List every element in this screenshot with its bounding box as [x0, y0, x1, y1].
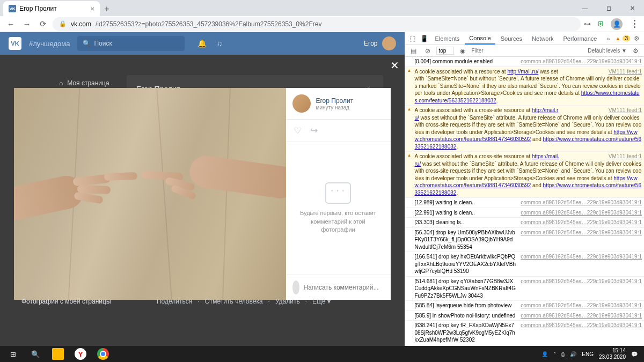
share-link[interactable]: Поделиться [157, 298, 192, 305]
clear-console-icon[interactable]: ⊘ [422, 47, 433, 55]
vk-search[interactable]: 🔍 Поиск [77, 36, 185, 51]
share-icon[interactable]: ↪ [310, 125, 318, 136]
toolbar-right: ⊶ ⛨ 👤 [584, 18, 640, 30]
more-link[interactable]: Ещё ▾ [312, 298, 331, 305]
vk-logo[interactable]: VK [9, 37, 21, 50]
console-row: A cookie associated with a cross-site re… [405, 152, 645, 198]
console-row: [33.303] cleaning ls..common.a896192d545… [405, 218, 645, 228]
filter-input[interactable] [471, 48, 503, 54]
vk-user-menu[interactable]: Егор [364, 36, 396, 50]
maximize-button[interactable]: ◻ [597, 0, 620, 16]
tray-people-icon[interactable]: 👤 [541, 351, 548, 357]
back-button[interactable]: ← [4, 18, 17, 31]
vk-username: Егор [364, 40, 377, 47]
search-icon: 🔍 [83, 40, 91, 47]
console-row: [585.84] layerqueue.hide from photoviewc… [405, 301, 645, 311]
search-placeholder: Поиск [94, 40, 112, 47]
console-row: A cookie associated with a cross-site re… [405, 106, 645, 152]
home-icon: ⌂ [59, 79, 63, 87]
url-host: vk.com [71, 20, 91, 28]
tab-network[interactable]: Network [528, 33, 558, 44]
tag-link[interactable]: Отметить человека [205, 298, 263, 305]
eye-icon[interactable]: ◉ [457, 47, 468, 55]
address-bar[interactable]: 🔒 vk.com/id275526353?z=photo275526353_45… [53, 17, 581, 31]
url-path: /id275526353?z=photo275526353_457239036%… [96, 20, 321, 28]
tray-network-icon[interactable]: ⎙ [561, 351, 565, 357]
notifications-icon[interactable]: 🔔 [197, 39, 207, 48]
tray-up-icon[interactable]: ˄ [553, 351, 556, 357]
author-name[interactable]: Егор Пролит [316, 97, 354, 105]
file-explorer-icon[interactable] [47, 346, 69, 362]
photo-author-block: Егор Пролит минуту назад [286, 88, 391, 120]
chat-placeholder-icon [325, 182, 351, 204]
windows-taskbar: ⊞ 🔍 Y 👤 ˄ ⎙ 🔊 ENG 15:14 23.03.2020 💬 [0, 346, 644, 362]
console-row: [585.9] in showPhoto noHistory: undefine… [405, 311, 645, 321]
chrome-icon[interactable] [92, 346, 114, 362]
viewer-sidebar: Егор Пролит минуту назад ♡ ↪ Будьте перв… [286, 88, 391, 300]
tab-console[interactable]: Console [465, 33, 495, 45]
warn-badge-icon: ▲ [616, 35, 621, 41]
window-controls: — ◻ ✕ [573, 0, 644, 16]
console-row: [514.681] drop key qYiXabxn77GB8w3JXCudd… [405, 277, 645, 301]
tab-close-icon[interactable]: × [90, 5, 94, 13]
console-input[interactable]: var i = 0; var act = 0; setInterval(func… [405, 345, 645, 346]
yandex-browser-icon[interactable]: Y [70, 346, 91, 362]
console-row: [12.989] waiting ls clean..common.a89619… [405, 198, 645, 208]
close-viewer-button[interactable]: ✕ [390, 59, 399, 72]
devtools-settings-icon[interactable]: ⚙ [631, 35, 642, 42]
photo-timestamp: минуту назад [316, 105, 354, 110]
inspect-icon[interactable]: ⬚ [407, 35, 418, 42]
sidebar-toggle-icon[interactable]: ▤ [408, 47, 419, 55]
album-title[interactable]: Фотографии с моей страницы [21, 298, 111, 305]
my-avatar [292, 280, 299, 294]
devtools-tabs: ⬚ 📱 Elements Console Sources Network Per… [405, 32, 645, 45]
vk-hashtag[interactable]: #лучшедома [29, 40, 70, 48]
device-icon[interactable]: 📱 [419, 35, 430, 42]
comment-input[interactable] [304, 284, 384, 291]
levels-selector[interactable]: Default levels ▼ [588, 48, 627, 54]
reload-button[interactable]: ⟳ [36, 18, 49, 31]
console-settings-icon[interactable]: ⚙ [630, 47, 641, 55]
browser-titlebar: VK Егор Пролит × + — ◻ ✕ [0, 0, 644, 16]
music-icon[interactable]: ♫ [216, 39, 222, 48]
vk-favicon: VK [9, 5, 16, 12]
tray-lang[interactable]: ENG [582, 351, 594, 357]
context-selector[interactable]: top [436, 47, 455, 55]
taskbar-clock[interactable]: 15:14 23.03.2020 [599, 348, 626, 360]
empty-comments: Будьте первым, кто оставит комментарий к… [286, 142, 391, 275]
tab-sources[interactable]: Sources [496, 33, 526, 44]
console-output[interactable]: [0.004] common module enabledcommon.a896… [405, 57, 645, 346]
tab-elements[interactable]: Elements [431, 33, 464, 44]
profile-avatar[interactable]: 👤 [611, 18, 623, 30]
minimize-button[interactable]: — [573, 0, 597, 16]
tray-volume-icon[interactable]: 🔊 [570, 351, 576, 357]
console-row: [22.991] waiting ls clean..common.a89619… [405, 208, 645, 218]
console-row: A cookie associated with a resource at h… [405, 67, 645, 106]
console-row: [56.304] drop key Um508yPBbAXibwUJvbFKy0… [405, 228, 645, 253]
browser-toolbar: ← → ⟳ 🔒 vk.com/id275526353?z=photo275526… [0, 16, 644, 32]
tab-performance[interactable]: Performance [559, 33, 601, 44]
nav-my-page: ⌂ Моя страница [59, 79, 109, 87]
like-icon[interactable]: ♡ [294, 125, 302, 136]
vk-user-avatar [382, 36, 396, 50]
devtools-panel: ⬚ 📱 Elements Console Sources Network Per… [405, 32, 645, 346]
tray-notifications-icon[interactable]: 💬 [631, 351, 638, 357]
key-icon[interactable]: ⊶ [584, 20, 591, 28]
warn-count[interactable]: 3 [623, 35, 630, 41]
close-window-button[interactable]: ✕ [620, 0, 644, 16]
photo-content[interactable] [14, 88, 286, 300]
start-button[interactable]: ⊞ [2, 346, 24, 362]
tab-title: Егор Пролит [19, 5, 57, 12]
author-avatar[interactable] [292, 94, 311, 113]
new-tab-button[interactable]: + [100, 2, 114, 16]
browser-menu-button[interactable] [629, 20, 640, 28]
forward-button[interactable]: → [20, 18, 33, 31]
delete-link[interactable]: Удалить [275, 298, 300, 305]
browser-tab[interactable]: VK Егор Пролит × [3, 1, 100, 16]
tab-overflow[interactable]: » [602, 33, 614, 44]
vk-header: VK #лучшедома 🔍 Поиск 🔔 ♫ Егор [0, 32, 405, 55]
console-row: [0.004] common module enabledcommon.a896… [405, 57, 645, 67]
shield-icon[interactable]: ⛨ [597, 20, 604, 28]
console-row: [166.541] drop key hxOEtArkbwikcPQbPQgTx… [405, 252, 645, 277]
taskbar-search-icon[interactable]: 🔍 [25, 346, 46, 362]
